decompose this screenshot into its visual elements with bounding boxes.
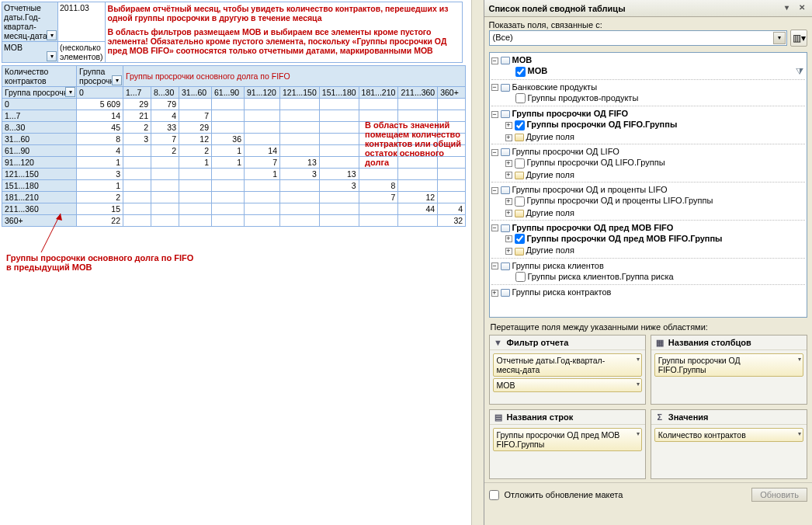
tree-group[interactable]: −Банковские продукты [491, 82, 806, 92]
chevron-down-icon[interactable]: ▾ [112, 75, 122, 85]
expand-icon[interactable]: − [491, 84, 498, 91]
column-header[interactable]: 121...150 [280, 87, 320, 99]
tree-field[interactable]: Группы риска клиентов.Группа риска [491, 271, 806, 283]
field-checkbox[interactable] [515, 234, 525, 244]
tree-group[interactable]: −Группы риска клиентов [491, 260, 806, 271]
expand-icon[interactable]: + [505, 172, 512, 179]
expand-icon[interactable]: + [491, 290, 498, 297]
field-chip[interactable]: Группы просрочки ОД пред MOB FIFO.Группы… [493, 428, 642, 451]
column-header[interactable]: 91...120 [245, 87, 280, 99]
column-header[interactable]: 8...30 [151, 87, 179, 99]
column-header[interactable]: 61...90 [212, 87, 245, 99]
expand-icon[interactable]: − [491, 224, 498, 231]
data-cell [359, 169, 398, 180]
expand-icon[interactable]: + [505, 248, 512, 255]
zone-column-labels[interactable]: ▦Названия столбцов Группы просрочки ОД F… [651, 335, 807, 405]
row-header[interactable]: 121...150 [2, 169, 77, 180]
field-chip[interactable]: Группы просрочки ОД FIFO.Группы▾ [654, 353, 803, 377]
filter-dropdown-icon[interactable]: ▾ [47, 51, 57, 61]
chevron-down-icon[interactable]: ▾ [637, 356, 640, 363]
expand-icon[interactable]: + [505, 134, 512, 141]
filter-icon[interactable]: ⧩ [796, 66, 803, 77]
chevron-down-icon[interactable]: ▾ [65, 87, 75, 97]
row-header[interactable]: 91...120 [2, 157, 77, 169]
chevron-down-icon[interactable]: ▾ [798, 356, 801, 363]
chevron-down-icon[interactable]: ▾ [798, 430, 801, 437]
column-header[interactable]: 1...7 [123, 87, 151, 99]
dropdown-icon[interactable]: ▾ [782, 3, 793, 14]
data-cell: 1 [245, 169, 280, 180]
column-header[interactable]: 360+ [438, 87, 466, 99]
tree-group[interactable]: −Группы просрочки ОД LIFO [491, 146, 806, 157]
row-header[interactable]: 31...60 [2, 134, 77, 145]
layout-options-button[interactable]: ▥▾ [790, 30, 807, 47]
filter-dropdown-icon[interactable]: ▾ [47, 30, 57, 40]
row-header[interactable]: 181...210 [2, 192, 77, 203]
tree-field[interactable]: +Другие поля [491, 245, 806, 256]
tree-group[interactable]: −Группы просрочки ОД FIFO [491, 108, 806, 119]
field-chip[interactable]: Количество контрактов▾ [654, 428, 803, 442]
field-checkbox[interactable] [515, 93, 526, 103]
defer-checkbox-input[interactable] [489, 490, 499, 500]
tree-group[interactable]: +Группы риска контрактов [491, 287, 806, 297]
tree-group[interactable]: −MOB [491, 54, 806, 65]
row-header[interactable]: 0 [2, 99, 77, 110]
tree-field[interactable]: +Группы просрочки ОД LIFO.Группы [491, 157, 806, 169]
field-checkbox[interactable] [515, 196, 525, 207]
chevron-down-icon[interactable]: ▾ [773, 32, 786, 44]
row-header[interactable]: 8...30 [2, 122, 77, 134]
close-icon[interactable]: ✕ [796, 3, 807, 14]
zone-values[interactable]: ΣЗначения Количество контрактов▾ [651, 409, 807, 479]
zone-row-labels[interactable]: ▤Названия строк Группы просрочки ОД пред… [489, 409, 646, 479]
field-checkbox[interactable] [515, 158, 525, 169]
tree-group[interactable]: −Группы просрочки ОД пред MOB FIFO [491, 222, 806, 233]
expand-icon[interactable]: + [505, 235, 512, 242]
zone-report-filter[interactable]: ▼Фильтр отчета Отчетные даты.Год-квартал… [489, 335, 646, 405]
tree-field[interactable]: +Другие поля [491, 207, 806, 218]
column-header[interactable]: 211...360 [398, 87, 438, 99]
tree-group[interactable]: −Группы просрочки ОД и проценты LIFO [491, 184, 806, 195]
expand-icon[interactable]: − [491, 187, 498, 194]
data-cell [123, 145, 151, 157]
update-button[interactable]: Обновить [751, 488, 807, 502]
column-header[interactable]: 181...210 [359, 87, 398, 99]
expand-icon[interactable]: + [505, 198, 512, 205]
column-field-header[interactable]: Группа просрочки▾ [77, 66, 123, 87]
chevron-down-icon[interactable]: ▾ [637, 430, 640, 437]
defer-checkbox[interactable]: Отложить обновление макета [489, 490, 623, 500]
field-chip[interactable]: Отчетные даты.Год-квартал-месяц-дата▾ [493, 353, 642, 377]
data-cell [398, 169, 438, 180]
column-header[interactable]: 0 [77, 87, 123, 99]
filter-mob-value[interactable]: (несколько элементов) [58, 42, 106, 63]
field-checkbox[interactable] [515, 272, 526, 282]
tree-field[interactable]: MOB⧩ [491, 65, 806, 78]
related-combo[interactable]: (Все) ▾ [489, 30, 788, 46]
field-checkbox[interactable] [515, 120, 525, 130]
tree-field[interactable]: Группы продуктов-продукты [491, 92, 806, 105]
expand-icon[interactable]: + [505, 122, 512, 129]
chevron-down-icon[interactable]: ▾ [637, 381, 640, 388]
column-header[interactable]: 31...60 [179, 87, 212, 99]
field-chip[interactable]: MOB▾ [493, 378, 642, 392]
tree-field[interactable]: +Группы просрочки ОД пред MOB FIFO.Групп… [491, 233, 806, 245]
row-field-header[interactable]: Группа просрочки▾ [2, 87, 77, 99]
tree-field[interactable]: +Другие поля [491, 131, 806, 142]
row-header[interactable]: 61...90 [2, 145, 77, 157]
expand-icon[interactable]: − [491, 57, 498, 64]
expand-icon[interactable]: − [491, 111, 498, 118]
vertical-scrollbar[interactable] [471, 0, 484, 525]
field-checkbox[interactable] [515, 67, 526, 77]
tree-field[interactable]: +Группы просрочки ОД FIFO.Группы [491, 119, 806, 131]
expand-icon[interactable]: − [491, 149, 498, 156]
row-header[interactable]: 151...180 [2, 180, 77, 192]
expand-icon[interactable]: + [505, 210, 512, 217]
expand-icon[interactable]: + [505, 160, 512, 167]
filter-date-value[interactable]: 2011.03 [58, 2, 106, 42]
tree-field[interactable]: +Группы просрочки ОД и проценты LIFO.Гру… [491, 195, 806, 207]
expand-icon[interactable]: − [491, 262, 498, 269]
field-tree[interactable]: −MOBMOB⧩−Банковские продуктыГруппы проду… [489, 52, 808, 318]
data-cell: 3 [319, 180, 359, 192]
tree-field[interactable]: +Другие поля [491, 169, 806, 180]
row-header[interactable]: 1...7 [2, 110, 77, 122]
column-header[interactable]: 151...180 [319, 87, 359, 99]
